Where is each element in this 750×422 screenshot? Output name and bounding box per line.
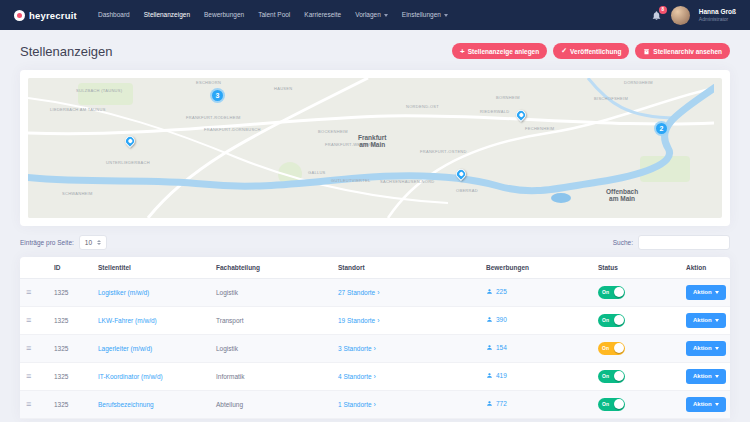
map-label: ESCHBORN	[196, 80, 221, 85]
status-toggle[interactable]: On	[598, 342, 625, 355]
map-label: NORDEND-OST	[406, 104, 439, 109]
city-label-line: am Main	[358, 141, 387, 148]
applications-count[interactable]: 390	[486, 316, 507, 323]
applications-number: 772	[496, 400, 507, 407]
applications-count[interactable]: 772	[486, 400, 507, 407]
cell-department: Informatik	[210, 362, 332, 390]
table-row: 1325 Berufsbezeichnung Abteilung 1 Stand…	[20, 390, 730, 418]
button-label: Veröffentlichung	[570, 48, 621, 55]
job-title-link[interactable]: Lagerleiter (m/w/d)	[98, 345, 152, 352]
aktion-label: Aktion	[693, 317, 712, 323]
aktion-button[interactable]: Aktion	[686, 341, 726, 356]
page-header: Stellenanzeigen Stellenanzeige anlegen V…	[20, 43, 730, 59]
map-label: OBERRAD	[456, 188, 478, 193]
avatar[interactable]	[671, 6, 690, 25]
job-title-link[interactable]: LKW-Fahrer (m/w/d)	[98, 317, 157, 324]
status-toggle[interactable]: On	[598, 398, 625, 411]
applications-count[interactable]: 225	[486, 288, 507, 295]
map-label: FRANKFURT-RÖDELHEIM	[186, 115, 241, 120]
header-drag	[20, 257, 48, 278]
check-icon	[561, 47, 567, 55]
chevron-right-icon	[372, 373, 376, 380]
map-label: FECHENHEIM	[525, 126, 554, 131]
nav-item-stellenanzeigen[interactable]: Stellenanzeigen	[137, 0, 197, 30]
status-toggle[interactable]: On	[598, 370, 625, 383]
person-icon	[486, 344, 493, 351]
header-fachabteilung: Fachabteilung	[210, 257, 332, 278]
per-page-value: 10	[85, 239, 92, 246]
cell-id: 1325	[48, 334, 92, 362]
table-controls: Einträge pro Seite: 10 Suche:	[20, 235, 730, 250]
applications-count[interactable]: 154	[486, 344, 507, 351]
aktion-button[interactable]: Aktion	[686, 313, 726, 328]
publication-button[interactable]: Veröffentlichung	[553, 43, 629, 59]
job-title-link[interactable]: Logistiker (m/w/d)	[98, 289, 149, 296]
aktion-button[interactable]: Aktion	[686, 369, 726, 384]
search-control: Suche:	[613, 235, 730, 250]
create-job-button[interactable]: Stellenanzeige anlegen	[452, 43, 547, 59]
nav-item-einstellungen[interactable]: Einstellungen	[395, 0, 455, 30]
chevron-right-icon	[375, 289, 379, 296]
person-icon	[486, 372, 493, 379]
job-archive-button[interactable]: Stellenarchiv ansehen	[635, 43, 730, 59]
logo[interactable]: heyrecruit	[14, 10, 77, 21]
table-row: 1325 Lagerleiter (m/w/d) Logistik 3 Stan…	[20, 334, 730, 362]
map[interactable]: ESCHBORN SULZBACH (TAUNUS) LIEDERBACH AM…	[28, 78, 722, 218]
drag-handle-icon[interactable]	[26, 371, 31, 381]
map-cluster[interactable]: 2	[654, 121, 669, 136]
city-label-line: Frankfurt	[358, 134, 387, 141]
search-input[interactable]	[638, 235, 730, 250]
button-label: Stellenarchiv ansehen	[653, 48, 722, 55]
page-actions: Stellenanzeige anlegen Veröffentlichung …	[452, 43, 730, 59]
map-label: FRANKFURT-DORNBUSCH	[204, 127, 261, 132]
map-label: BISCHOFSHEIM	[594, 96, 628, 101]
standorte-link[interactable]: 27 Standorte	[338, 289, 380, 296]
job-title-link[interactable]: IT-Koordinator (m/w/d)	[98, 373, 163, 380]
nav-item-talent-pool[interactable]: Talent Pool	[251, 0, 297, 30]
main-nav: Dashboard Stellenanzeigen Bewerbungen Ta…	[91, 0, 455, 30]
drag-handle-icon[interactable]	[26, 399, 31, 409]
nav-item-dashboard[interactable]: Dashboard	[91, 0, 137, 30]
header-bewerbungen: Bewerbungen	[480, 257, 592, 278]
map-label: GALLUS	[308, 170, 326, 175]
standorte-link[interactable]: 19 Standorte	[338, 317, 380, 324]
map-label: BORNHEIM	[496, 95, 520, 100]
drag-handle-icon[interactable]	[26, 315, 31, 325]
per-page-label: Einträge pro Seite:	[20, 239, 74, 246]
archive-icon	[643, 48, 650, 55]
aktion-button[interactable]: Aktion	[686, 285, 726, 300]
map-cluster[interactable]: 3	[210, 88, 225, 103]
applications-number: 390	[496, 316, 507, 323]
standorte-link[interactable]: 1 Standorte	[338, 401, 376, 408]
toggle-label: On	[602, 317, 609, 323]
drag-handle-icon[interactable]	[26, 287, 31, 297]
aktion-label: Aktion	[693, 345, 712, 351]
user-menu[interactable]: Hanna Groß Administrator	[699, 8, 736, 22]
map-card: ESCHBORN SULZBACH (TAUNUS) LIEDERBACH AM…	[20, 70, 730, 226]
nav-item-bewerbungen[interactable]: Bewerbungen	[197, 0, 251, 30]
nav-item-vorlagen[interactable]: Vorlagen	[348, 0, 395, 30]
standorte-link[interactable]: 4 Standorte	[338, 373, 376, 380]
status-toggle[interactable]: On	[598, 314, 625, 327]
cell-department: Abteilung	[210, 390, 332, 418]
city-label-line: Offenbach	[606, 188, 638, 195]
chevron-down-icon	[715, 403, 719, 406]
applications-number: 154	[496, 344, 507, 351]
job-title-link[interactable]: Berufsbezeichnung	[98, 401, 154, 408]
table-header-row: ID Stellentitel Fachabteilung Standort B…	[20, 257, 730, 278]
search-label: Suche:	[613, 239, 633, 246]
per-page-select[interactable]: 10	[79, 235, 107, 250]
standorte-link[interactable]: 3 Standorte	[338, 345, 376, 352]
standorte-text: 3 Standorte	[338, 345, 372, 352]
toggle-label: On	[602, 345, 609, 351]
applications-count[interactable]: 419	[486, 372, 507, 379]
aktion-button[interactable]: Aktion	[686, 397, 726, 412]
status-toggle[interactable]: On	[598, 286, 625, 299]
aktion-label: Aktion	[693, 373, 712, 379]
notifications-button[interactable]: 8	[651, 10, 662, 21]
chevron-right-icon	[372, 345, 376, 352]
jobs-table-card: ID Stellentitel Fachabteilung Standort B…	[20, 257, 730, 419]
drag-handle-icon[interactable]	[26, 343, 31, 353]
nav-item-karriereseite[interactable]: Karriereseite	[297, 0, 348, 30]
header-stellentitel: Stellentitel	[92, 257, 210, 278]
